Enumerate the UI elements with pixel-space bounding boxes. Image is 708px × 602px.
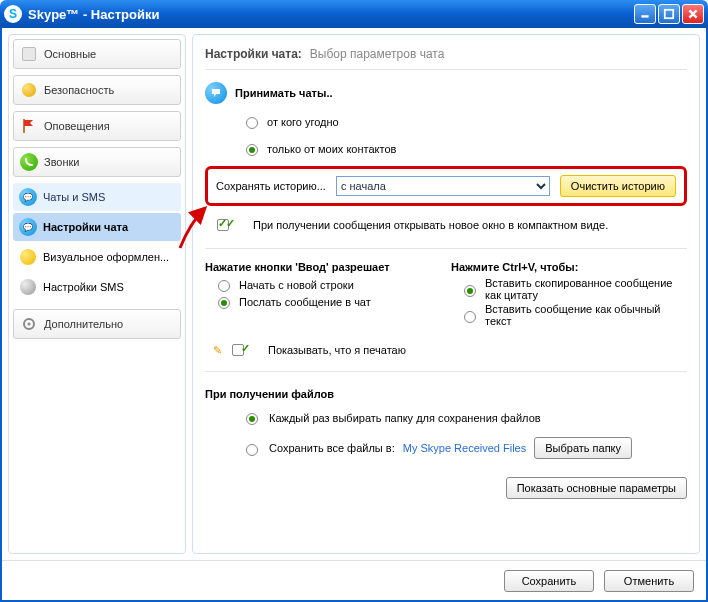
history-label: Сохранять историю... — [216, 180, 326, 192]
history-highlight-box: Сохранять историю... с начала Очистить и… — [205, 166, 687, 206]
radio-accept-contacts[interactable] — [246, 144, 258, 156]
chat-icon: 💬 — [19, 188, 37, 206]
label-files-ask: Каждый раз выбирать папку для сохранения… — [269, 412, 541, 424]
enter-key-title: Нажатие кнопки 'Ввод' разрешает — [205, 261, 441, 273]
radio-enter-send[interactable] — [218, 297, 230, 309]
sidebar-item-label: Дополнительно — [44, 318, 123, 330]
content-pane: Настройки чата: Выбор параметров чата Пр… — [192, 34, 700, 554]
sidebar-item-calls[interactable]: Звонки — [13, 147, 181, 177]
chat-icon: 💬 — [19, 218, 37, 236]
label-accept-contacts: только от моих контактов — [267, 143, 396, 155]
radio-files-ask[interactable] — [246, 413, 258, 425]
radio-enter-newline[interactable] — [218, 280, 230, 292]
label-accept-anyone: от кого угодно — [267, 116, 339, 128]
radio-accept-anyone[interactable] — [246, 117, 258, 129]
radio-ctrlv-quote[interactable] — [464, 285, 476, 297]
label-open-compact: При получении сообщения открывать новое … — [253, 219, 608, 231]
sidebar: Основные Безопасность Оповещения Звонки — [8, 34, 186, 554]
sidebar-subitem-visual[interactable]: Визуальное оформлен... — [13, 243, 181, 271]
svg-rect-1 — [665, 10, 673, 18]
sidebar-item-label: Настройки чата — [43, 221, 128, 233]
sidebar-subitem-chat-settings[interactable]: 💬 Настройки чата — [13, 213, 181, 241]
save-button[interactable]: Сохранить — [504, 570, 594, 592]
page-subtitle: Выбор параметров чата — [310, 47, 444, 61]
checkbox-open-compact[interactable] — [217, 219, 229, 231]
minimize-button[interactable] — [634, 4, 656, 24]
cancel-button[interactable]: Отменить — [604, 570, 694, 592]
content-header: Настройки чата: Выбор параметров чата — [205, 43, 687, 70]
sidebar-item-label: Звонки — [44, 156, 80, 168]
gear-icon — [20, 315, 38, 333]
chat-bubble-icon — [205, 82, 227, 104]
ctrlv-title: Нажмите Ctrl+V, чтобы: — [451, 261, 687, 273]
radio-ctrlv-plain[interactable] — [464, 311, 476, 323]
lock-icon — [20, 81, 38, 99]
files-folder-link[interactable]: My Skype Received Files — [403, 442, 527, 454]
svg-point-5 — [28, 323, 31, 326]
sidebar-item-label: Настройки SMS — [43, 281, 124, 293]
flag-icon — [20, 117, 38, 135]
window-body: Основные Безопасность Оповещения Звонки — [0, 28, 708, 602]
checkbox-typing-indicator[interactable] — [232, 344, 244, 356]
history-select[interactable]: с начала — [336, 176, 550, 196]
label-enter-send: Послать сообщение в чат — [239, 296, 371, 308]
skype-logo-icon: S — [4, 5, 22, 23]
close-button[interactable] — [682, 4, 704, 24]
page-title: Настройки чата: — [205, 47, 302, 61]
choose-folder-button[interactable]: Выбрать папку — [534, 437, 632, 459]
sidebar-item-label: Чаты и SMS — [43, 191, 105, 203]
sidebar-item-label: Визуальное оформлен... — [43, 251, 169, 263]
sidebar-item-basic[interactable]: Основные — [13, 39, 181, 69]
label-typing-indicator: Показывать, что я печатаю — [268, 344, 406, 356]
label-files-saveto: Сохранить все файлы в: — [269, 442, 395, 454]
label-enter-newline: Начать с новой строки — [239, 279, 354, 291]
basic-icon — [20, 45, 38, 63]
sidebar-item-chats-sms[interactable]: 💬 Чаты и SMS — [13, 183, 181, 211]
sidebar-item-security[interactable]: Безопасность — [13, 75, 181, 105]
sidebar-subitem-sms-settings[interactable]: Настройки SMS — [13, 273, 181, 301]
clear-history-button[interactable]: Очистить историю — [560, 175, 676, 197]
titlebar: S Skype™ - Настройки — [0, 0, 708, 28]
phone-icon — [20, 153, 38, 171]
label-ctrlv-plain: Вставить сообщение как обычный текст — [485, 303, 687, 327]
sidebar-item-label: Основные — [44, 48, 96, 60]
sidebar-item-notifications[interactable]: Оповещения — [13, 111, 181, 141]
label-ctrlv-quote: Вставить скопированное сообщение как цит… — [485, 277, 687, 301]
sidebar-item-label: Безопасность — [44, 84, 114, 96]
radio-files-saveto[interactable] — [246, 444, 258, 456]
files-title: При получении файлов — [205, 388, 687, 400]
accept-chats-title: Принимать чаты.. — [205, 82, 687, 104]
maximize-button[interactable] — [658, 4, 680, 24]
window-title: Skype™ - Настройки — [28, 7, 159, 22]
smile-icon — [19, 248, 37, 266]
pencil-icon: ✎ — [213, 344, 222, 357]
sidebar-item-advanced[interactable]: Дополнительно — [13, 309, 181, 339]
show-basic-params-button[interactable]: Показать основные параметры — [506, 477, 687, 499]
dialog-footer: Сохранить Отменить — [2, 560, 706, 600]
sidebar-item-label: Оповещения — [44, 120, 110, 132]
sms-icon — [19, 278, 37, 296]
